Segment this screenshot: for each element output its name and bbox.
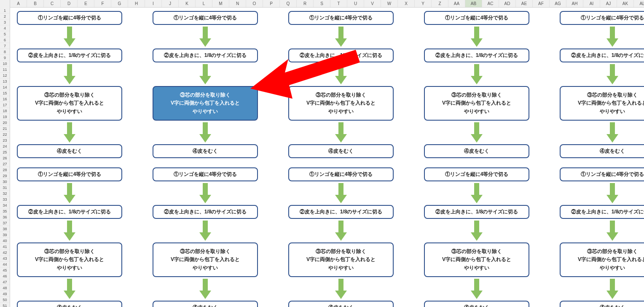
flow-step-s1[interactable]: ①リンゴを縦に4等分で切る bbox=[288, 11, 394, 25]
col-header-AD[interactable]: AD bbox=[499, 0, 516, 7]
row-header-30[interactable]: 30 bbox=[0, 179, 10, 185]
col-header-D[interactable]: D bbox=[61, 0, 78, 7]
row-header-7[interactable]: 7 bbox=[0, 43, 10, 49]
flow-step-s4[interactable]: ④皮をむく bbox=[153, 301, 258, 307]
flow-step-s2[interactable]: ②皮を上向きに、1/8のサイズに切る bbox=[560, 205, 644, 219]
col-header-X[interactable]: X bbox=[398, 0, 415, 7]
col-header-I[interactable]: I bbox=[145, 0, 162, 7]
col-header-AI[interactable]: AI bbox=[583, 0, 600, 7]
flow-step-s3[interactable]: ③芯の部分を取り除く V字に両側から包丁を入れると やりやすい bbox=[560, 242, 644, 277]
row-header-31[interactable]: 31 bbox=[0, 185, 10, 191]
col-header-C[interactable]: C bbox=[44, 0, 61, 7]
col-header-AC[interactable]: AC bbox=[482, 0, 499, 7]
col-header-Z[interactable]: Z bbox=[432, 0, 448, 7]
row-header-15[interactable]: 15 bbox=[0, 90, 10, 96]
row-header-1[interactable]: 1 bbox=[0, 8, 10, 13]
col-header-AL[interactable]: AL bbox=[634, 0, 644, 7]
select-all-corner[interactable] bbox=[0, 0, 10, 8]
col-header-F[interactable]: F bbox=[94, 0, 111, 7]
row-header-12[interactable]: 12 bbox=[0, 73, 10, 78]
flow-step-s2[interactable]: ②皮を上向きに、1/8のサイズに切る bbox=[288, 205, 394, 219]
row-header-2[interactable]: 2 bbox=[0, 13, 10, 19]
row-header-23[interactable]: 23 bbox=[0, 137, 10, 143]
row-header-29[interactable]: 29 bbox=[0, 173, 10, 179]
flow-step-s4[interactable]: ④皮をむく bbox=[560, 301, 644, 307]
flow-step-s3[interactable]: ③芯の部分を取り除く V字に両側から包丁を入れると やりやすい bbox=[17, 86, 122, 121]
col-header-AG[interactable]: AG bbox=[550, 0, 566, 7]
row-header-39[interactable]: 39 bbox=[0, 232, 10, 238]
col-header-K[interactable]: K bbox=[179, 0, 196, 7]
flow-step-s3[interactable]: ③芯の部分を取り除く V字に両側から包丁を入れると やりやすい bbox=[288, 86, 394, 121]
flow-step-s1[interactable]: ①リンゴを縦に4等分で切る bbox=[153, 11, 258, 25]
flow-step-s2[interactable]: ②皮を上向きに、1/8のサイズに切る bbox=[424, 48, 529, 62]
flow-step-s2[interactable]: ②皮を上向きに、1/8のサイズに切る bbox=[17, 205, 122, 219]
row-header-51[interactable]: 51 bbox=[0, 303, 10, 307]
flow-step-s1[interactable]: ①リンゴを縦に4等分で切る bbox=[288, 167, 394, 181]
col-header-V[interactable]: V bbox=[364, 0, 381, 7]
row-header-42[interactable]: 42 bbox=[0, 250, 10, 256]
row-header-8[interactable]: 8 bbox=[0, 49, 10, 55]
row-header-46[interactable]: 46 bbox=[0, 273, 10, 279]
col-header-G[interactable]: G bbox=[111, 0, 128, 7]
row-header-17[interactable]: 17 bbox=[0, 102, 10, 108]
flow-step-s4[interactable]: ④皮をむく bbox=[560, 144, 644, 158]
col-header-AB[interactable]: AB bbox=[465, 0, 482, 7]
row-header-33[interactable]: 33 bbox=[0, 197, 10, 202]
row-header-27[interactable]: 27 bbox=[0, 161, 10, 167]
row-header-14[interactable]: 14 bbox=[0, 84, 10, 90]
row-header-28[interactable]: 28 bbox=[0, 167, 10, 173]
col-header-N[interactable]: N bbox=[229, 0, 246, 7]
row-header-47[interactable]: 47 bbox=[0, 279, 10, 285]
row-header-36[interactable]: 36 bbox=[0, 214, 10, 220]
flow-step-s1[interactable]: ①リンゴを縦に4等分で切る bbox=[17, 167, 122, 181]
row-header-4[interactable]: 4 bbox=[0, 25, 10, 31]
col-header-J[interactable]: J bbox=[162, 0, 179, 7]
row-header-44[interactable]: 44 bbox=[0, 261, 10, 267]
flow-step-s2[interactable]: ②皮を上向きに、1/8のサイズに切る bbox=[153, 48, 258, 62]
col-header-AJ[interactable]: AJ bbox=[600, 0, 617, 7]
row-header-10[interactable]: 10 bbox=[0, 61, 10, 67]
col-header-AA[interactable]: AA bbox=[448, 0, 465, 7]
row-header-35[interactable]: 35 bbox=[0, 208, 10, 214]
row-header-21[interactable]: 21 bbox=[0, 126, 10, 132]
col-header-W[interactable]: W bbox=[381, 0, 398, 7]
col-header-S[interactable]: S bbox=[314, 0, 330, 7]
row-header-3[interactable]: 3 bbox=[0, 19, 10, 25]
row-header-41[interactable]: 41 bbox=[0, 244, 10, 250]
row-header-24[interactable]: 24 bbox=[0, 143, 10, 149]
col-header-Q[interactable]: Q bbox=[280, 0, 297, 7]
row-header-37[interactable]: 37 bbox=[0, 220, 10, 226]
flow-step-s1[interactable]: ①リンゴを縦に4等分で切る bbox=[560, 11, 644, 25]
col-header-Y[interactable]: Y bbox=[415, 0, 432, 7]
row-header-20[interactable]: 20 bbox=[0, 120, 10, 126]
row-header-49[interactable]: 49 bbox=[0, 291, 10, 297]
row-header-5[interactable]: 5 bbox=[0, 31, 10, 37]
col-header-L[interactable]: L bbox=[196, 0, 212, 7]
flow-step-s1[interactable]: ①リンゴを縦に4等分で切る bbox=[17, 11, 122, 25]
flow-step-s4[interactable]: ④皮をむく bbox=[288, 301, 394, 307]
flow-step-s2[interactable]: ②皮を上向きに、1/8のサイズに切る bbox=[17, 48, 122, 62]
flow-step-s4[interactable]: ④皮をむく bbox=[424, 301, 529, 307]
row-header-40[interactable]: 40 bbox=[0, 238, 10, 244]
col-header-R[interactable]: R bbox=[297, 0, 314, 7]
flow-step-s4[interactable]: ④皮をむく bbox=[153, 144, 258, 158]
col-header-H[interactable]: H bbox=[128, 0, 145, 7]
row-header-22[interactable]: 22 bbox=[0, 132, 10, 137]
row-header-32[interactable]: 32 bbox=[0, 191, 10, 197]
col-header-U[interactable]: U bbox=[347, 0, 364, 7]
col-header-AH[interactable]: AH bbox=[566, 0, 583, 7]
col-header-E[interactable]: E bbox=[78, 0, 94, 7]
flow-step-s2[interactable]: ②皮を上向きに、1/8のサイズに切る bbox=[560, 48, 644, 62]
row-header-18[interactable]: 18 bbox=[0, 108, 10, 114]
row-header-50[interactable]: 50 bbox=[0, 297, 10, 303]
flow-step-s1[interactable]: ①リンゴを縦に4等分で切る bbox=[424, 11, 529, 25]
flow-step-s2[interactable]: ②皮を上向きに、1/8のサイズに切る bbox=[424, 205, 529, 219]
row-header-43[interactable]: 43 bbox=[0, 256, 10, 261]
flow-step-s3[interactable]: ③芯の部分を取り除く V字に両側から包丁を入れると やりやすい bbox=[424, 242, 529, 277]
col-header-P[interactable]: P bbox=[263, 0, 280, 7]
row-header-11[interactable]: 11 bbox=[0, 67, 10, 73]
flow-step-s1[interactable]: ①リンゴを縦に4等分で切る bbox=[424, 167, 529, 181]
flow-step-s3[interactable]: ③芯の部分を取り除く V字に両側から包丁を入れると やりやすい bbox=[560, 86, 644, 121]
flow-step-s3[interactable]: ③芯の部分を取り除く V字に両側から包丁を入れると やりやすい bbox=[153, 242, 258, 277]
row-header-13[interactable]: 13 bbox=[0, 78, 10, 84]
